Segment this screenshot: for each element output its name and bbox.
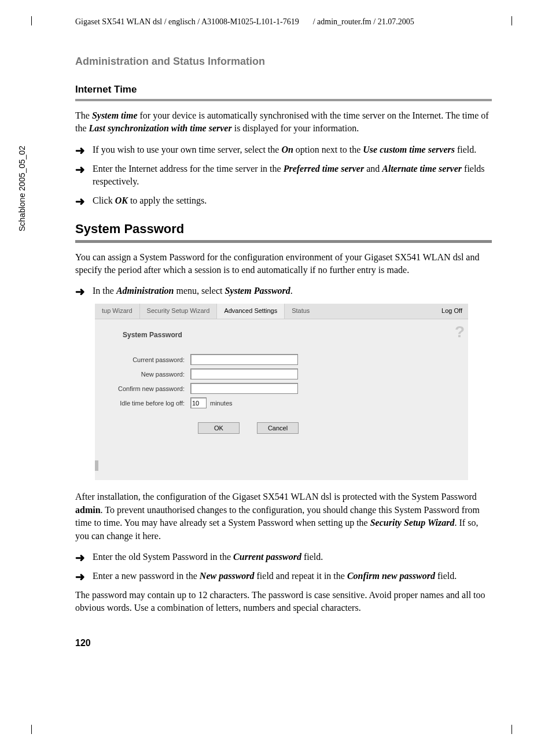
tab-setup-wizard[interactable]: tup Wizard xyxy=(95,304,140,319)
crop-mark xyxy=(31,725,32,734)
subheading-internet-time: Internet Time xyxy=(75,84,492,95)
side-template-label: Schablone 2005_05_02 xyxy=(17,146,27,231)
crop-mark xyxy=(31,16,32,25)
crop-mark xyxy=(511,16,512,25)
arrow-icon: ➜ xyxy=(75,285,93,298)
bullet-item: ➜ Enter the Internet address for the tim… xyxy=(75,163,492,189)
tab-security-setup-wizard[interactable]: Security Setup Wizard xyxy=(140,304,218,319)
bullet-item: ➜ Enter the old System Password in the C… xyxy=(75,551,492,564)
arrow-icon: ➜ xyxy=(75,143,93,157)
rule xyxy=(75,240,492,243)
confirm-password-input[interactable] xyxy=(190,383,298,394)
idle-time-input[interactable] xyxy=(190,397,207,408)
paragraph: You can assign a System Password for the… xyxy=(75,251,492,277)
label-confirm-password: Confirm new password: xyxy=(95,385,190,392)
cancel-button[interactable]: Cancel xyxy=(257,422,299,434)
paragraph: The System time for your device is autom… xyxy=(75,109,492,135)
arrow-icon: ➜ xyxy=(75,163,93,176)
panel-title: System Password xyxy=(123,331,468,339)
paragraph: After installation, the configuration of… xyxy=(75,491,492,543)
crop-mark xyxy=(511,725,512,734)
header-right: / admin_router.fm / 21.07.2005 xyxy=(313,17,414,27)
paragraph: The password may contain up to 12 charac… xyxy=(75,589,492,615)
label-new-password: New password: xyxy=(95,371,190,378)
page-header: Gigaset SX541 WLAN dsl / englisch / A310… xyxy=(75,17,492,27)
rule xyxy=(75,99,492,101)
header-left: Gigaset SX541 WLAN dsl / englisch / A310… xyxy=(75,17,299,27)
idle-time-unit: minutes xyxy=(210,400,233,407)
new-password-input[interactable] xyxy=(190,368,298,379)
section-heading: Administration and Status Information xyxy=(75,56,492,68)
bullet-item: ➜ If you wish to use your own time serve… xyxy=(75,143,492,157)
ok-button[interactable]: OK xyxy=(198,422,240,434)
system-password-screenshot: tup Wizard Security Setup Wizard Advance… xyxy=(95,304,468,480)
bullet-item: ➜ Click OK to apply the settings. xyxy=(75,194,492,208)
logoff-link[interactable]: Log Off xyxy=(436,304,468,319)
arrow-icon: ➜ xyxy=(75,194,93,208)
tab-status[interactable]: Status xyxy=(285,304,317,319)
heading-system-password: System Password xyxy=(75,222,492,237)
help-icon[interactable]: ? xyxy=(455,324,465,340)
label-current-password: Current password: xyxy=(95,356,190,363)
label-idle-time: Idle time before log off: xyxy=(95,400,190,407)
tab-advanced-settings[interactable]: Advanced Settings xyxy=(217,304,285,319)
page-number: 120 xyxy=(75,638,492,648)
tab-bar: tup Wizard Security Setup Wizard Advance… xyxy=(95,304,468,319)
arrow-icon: ➜ xyxy=(75,570,93,583)
side-handle-icon xyxy=(95,460,98,471)
bullet-item: ➜ Enter a new password in the New passwo… xyxy=(75,570,492,583)
bullet-item: ➜ In the Administration menu, select Sys… xyxy=(75,285,492,298)
current-password-input[interactable] xyxy=(190,354,298,365)
arrow-icon: ➜ xyxy=(75,551,93,564)
